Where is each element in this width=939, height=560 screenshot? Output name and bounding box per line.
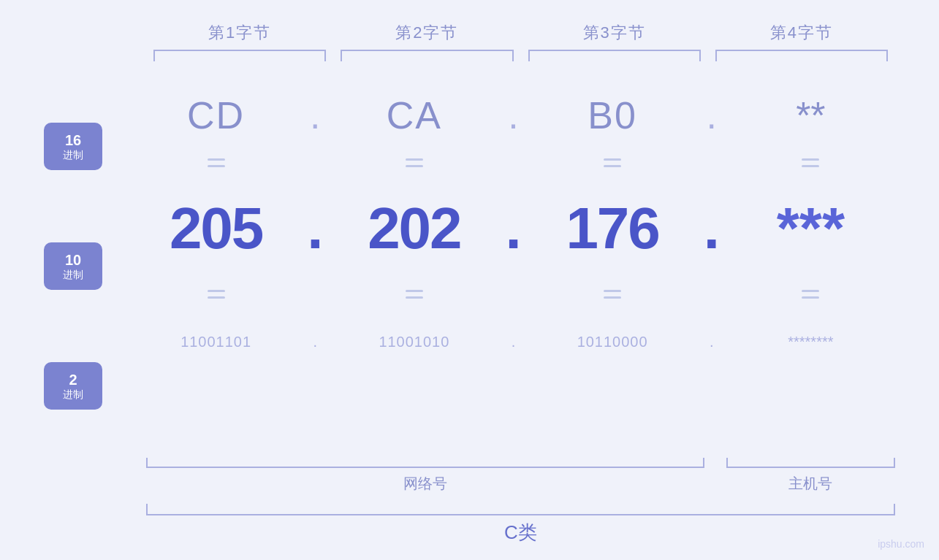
bottom-section: 网络号 主机号: [44, 453, 895, 494]
main-container: 第1字节 第2字节 第3字节 第4字节 16 进制 10 进制 2 进制: [0, 0, 939, 560]
dot-hex-1: .: [300, 93, 330, 137]
top-brackets: [44, 50, 895, 64]
dec-label-text: 进制: [63, 269, 83, 281]
bracket-top-2: [341, 50, 513, 64]
hex-val-2: CA: [330, 93, 498, 137]
bin-val-4: ********: [726, 334, 895, 350]
network-label: 网络号: [146, 474, 704, 494]
bin-label-number: 2: [69, 371, 77, 388]
eq-dec-bin-4: [726, 276, 895, 312]
dot-dec-1: .: [300, 195, 330, 262]
column-headers: 第1字节 第2字节 第3字节 第4字节: [44, 22, 895, 44]
eq-dec-bin-2: [330, 276, 498, 312]
dot-hex-2: .: [499, 93, 528, 137]
main-content-area: 16 进制 10 进制 2 进制 CD . CA . B0 . **: [44, 86, 895, 446]
hex-val-3: B0: [528, 93, 697, 137]
bin-label-text: 进制: [63, 388, 83, 401]
class-label-row: C类: [44, 520, 895, 545]
dot-dec-3: .: [697, 195, 726, 262]
bin-val-3: 10110000: [528, 334, 697, 350]
bracket-top-4: [715, 50, 888, 64]
dot-bin-2: .: [499, 334, 528, 350]
bin-val-2: 11001010: [330, 334, 498, 350]
dec-val-1: 205: [132, 195, 300, 262]
class-bracket-row: [44, 501, 895, 515]
bin-label-badge: 2 进制: [44, 362, 102, 410]
dec-val-2: 202: [330, 195, 498, 262]
data-grid: CD . CA . B0 . ** 205 . 202 . 176 . ***: [132, 86, 895, 446]
bracket-top-3: [528, 50, 701, 64]
header-col2: 第2字节: [333, 22, 520, 44]
header-col1: 第1字节: [146, 22, 333, 44]
labels-column: 16 进制 10 进制 2 进制: [44, 86, 132, 446]
dec-label-number: 10: [65, 251, 81, 269]
hex-label-badge: 16 进制: [44, 123, 102, 170]
bin-val-1: 11001101: [132, 334, 300, 350]
dec-val-4: ***: [726, 195, 895, 262]
eq-dec-bin-1: [132, 276, 300, 312]
dot-dec-2: .: [499, 195, 528, 262]
dot-bin-1: .: [300, 334, 330, 350]
bottom-bracket-row: [146, 453, 895, 468]
eq-hex-dec-4: [726, 145, 895, 181]
bracket-class: [146, 501, 895, 515]
header-col3: 第3字节: [521, 22, 708, 44]
bracket-top-1: [153, 50, 326, 64]
watermark: ipshu.com: [878, 538, 924, 550]
hex-val-1: CD: [132, 93, 300, 137]
bracket-host: [726, 458, 895, 468]
class-label: C类: [146, 520, 895, 545]
dec-val-3: 176: [528, 195, 697, 262]
hex-label-number: 16: [65, 131, 81, 149]
hex-val-4: **: [726, 93, 895, 137]
dot-hex-3: .: [697, 93, 726, 137]
eq-hex-dec-2: [330, 145, 498, 181]
bracket-network: [146, 458, 704, 468]
hex-label-text: 进制: [63, 149, 83, 161]
bracket-label-row: 网络号 主机号: [146, 474, 895, 494]
dec-label-badge: 10 进制: [44, 242, 102, 290]
dot-bin-3: .: [697, 334, 726, 350]
eq-dec-bin-3: [528, 276, 697, 312]
host-label: 主机号: [726, 474, 895, 494]
eq-hex-dec-1: [132, 145, 300, 181]
eq-hex-dec-3: [528, 145, 697, 181]
header-col4: 第4字节: [708, 22, 895, 44]
